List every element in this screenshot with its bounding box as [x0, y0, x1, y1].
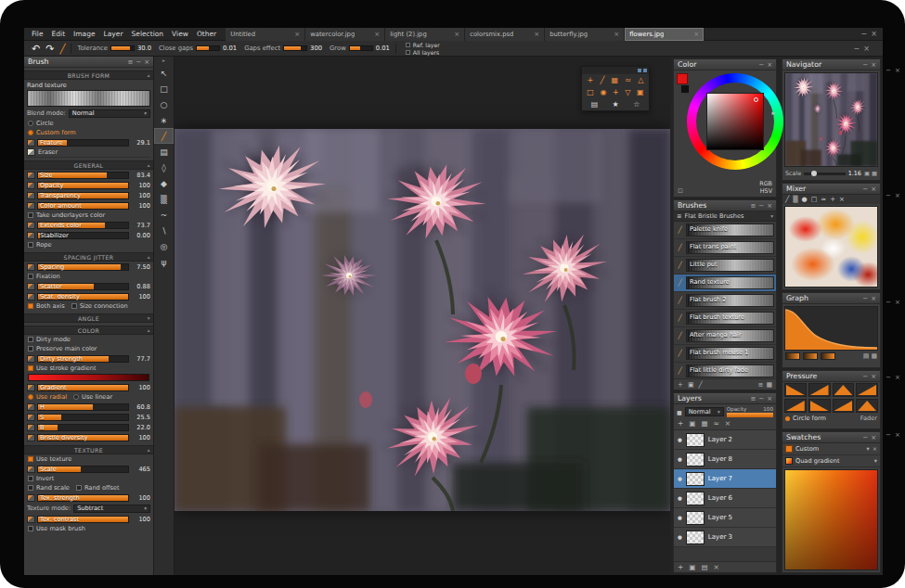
navigator-thumbnail[interactable] — [784, 72, 878, 167]
brush-list-item[interactable]: ╱ Flat trans paint — [674, 239, 776, 257]
checkbox[interactable]: Use stroke gradient — [28, 364, 149, 373]
mixer-tool-icon[interactable]: ▒ — [793, 196, 797, 203]
slider-track[interactable]: Stabilizer — [37, 232, 129, 239]
panel-collapse-icon[interactable]: − — [886, 299, 891, 306]
slider-row[interactable]: Opacity 100 — [24, 180, 153, 190]
quick-tool-icon[interactable]: ▣ — [637, 87, 644, 97]
slider-track[interactable]: Feature — [37, 139, 129, 147]
document-tab[interactable]: colorsmix.psd × — [465, 28, 545, 41]
slider-row[interactable]: Color amount 100 — [24, 200, 153, 211]
panel-collapse-icon[interactable]: − — [886, 374, 891, 381]
quick-tool-icon[interactable]: ≈ — [625, 75, 631, 85]
curve-preset-chip[interactable] — [821, 352, 835, 360]
document-tab[interactable]: Untitled × — [226, 28, 305, 41]
current-color-swatch[interactable] — [677, 73, 688, 84]
panel-minimize-icon[interactable]: − — [136, 58, 141, 66]
checkbox[interactable]: Fixation — [28, 272, 149, 281]
panel-collapse-icon[interactable]: − — [886, 67, 891, 74]
pressure-curve-cell[interactable] — [856, 399, 878, 413]
panel-close-icon[interactable]: × — [871, 295, 876, 302]
slider-track[interactable]: Dirty strength — [37, 355, 129, 363]
layer-foot-icon[interactable]: ▣ — [689, 563, 695, 571]
radio-option[interactable]: Use linear — [73, 392, 112, 402]
panel-close-icon[interactable]: × — [871, 373, 876, 380]
menu-item[interactable]: Edit — [52, 30, 66, 38]
fill-tool[interactable]: ◆ — [154, 175, 174, 191]
checkbox[interactable]: Dirty mode — [28, 335, 149, 344]
slider-track[interactable]: Tex. contrast — [37, 516, 129, 523]
checkbox[interactable]: Use mask brush — [28, 524, 149, 533]
radio-option[interactable]: Use radial — [28, 392, 67, 402]
minimize-icon[interactable]: − — [861, 30, 868, 38]
checkbox[interactable]: Size connection — [71, 301, 128, 311]
list-view-icon[interactable]: ≡ — [758, 381, 764, 389]
layer-blend-select[interactable]: Normal ▾ — [685, 407, 724, 416]
texture-mode-select[interactable]: Texture mode: Subtract▾ — [24, 503, 153, 514]
redo-icon[interactable]: ↷ — [45, 44, 54, 54]
section-header-general[interactable]: GENERAL▴ — [24, 160, 153, 170]
panel-close-icon[interactable]: × — [871, 434, 876, 441]
checkbox[interactable]: Rand offset — [76, 483, 120, 492]
slider-track[interactable]: Extends color — [37, 222, 129, 229]
layer-row[interactable]: ● Layer 5 — [674, 508, 776, 528]
curve-preset-chip[interactable] — [803, 352, 818, 360]
pressure-curve-cell[interactable] — [784, 383, 807, 397]
layer-row[interactable]: ● Layer 2 — [674, 430, 776, 450]
grid-view-icon[interactable]: ▦ — [766, 381, 772, 389]
dock-icon[interactable] — [638, 69, 641, 72]
section-header-brush-form[interactable]: BRUSH FORM▴ — [24, 70, 153, 80]
checkbox[interactable]: Both axis — [28, 301, 65, 311]
layer-op-icon[interactable]: × — [725, 419, 730, 428]
layer-row[interactable]: ● Layer 7 — [674, 469, 776, 489]
slider-row[interactable]: Size 83.4 — [24, 170, 153, 180]
panel-minimize-icon[interactable]: − — [758, 61, 764, 69]
rgb-mode-label[interactable]: RGB — [759, 180, 772, 187]
checkbox[interactable]: Rope — [28, 240, 149, 249]
close-dot-icon[interactable] — [643, 69, 647, 72]
layer-row[interactable]: ● Layer 3 — [674, 528, 776, 547]
document-tab[interactable]: light (2).jpg × — [385, 28, 465, 41]
panel-close-icon[interactable]: × — [767, 61, 772, 69]
mix-brush-tool[interactable]: ▤ — [154, 144, 174, 160]
layer-foot-icon[interactable]: × — [713, 563, 718, 571]
undo-icon[interactable]: ↶ — [32, 44, 40, 54]
mixer-tool-icon[interactable]: ● — [802, 196, 808, 203]
panel-collapse-icon[interactable]: − — [886, 192, 891, 199]
tab-close-icon[interactable]: × — [374, 31, 380, 38]
slider-row[interactable]: B 22.0 — [24, 422, 153, 432]
brush-tip-preview[interactable]: Rand texture — [27, 82, 150, 107]
layer-visibility-icon[interactable]: ● — [678, 437, 682, 442]
slider-row[interactable]: Gradient 100 — [24, 382, 153, 392]
slider-track[interactable]: Scat. density — [37, 293, 129, 300]
move-tool[interactable]: ↖ — [154, 65, 174, 81]
checkbox[interactable]: Preserve main color — [28, 344, 149, 353]
blend-mode-select[interactable]: Blend mode: Normal▾ — [24, 108, 153, 119]
fit-view-icon[interactable]: ▣ — [864, 170, 870, 177]
quick-tool-icon[interactable]: ▦ — [612, 75, 619, 85]
checkbox[interactable]: Take underlayers color — [28, 211, 149, 220]
chevron-down-icon[interactable]: ▾ — [866, 445, 869, 453]
pressure-curve-cell[interactable] — [784, 399, 807, 413]
panel-close-icon[interactable]: × — [144, 58, 149, 66]
brush-tool[interactable]: ╱ — [154, 128, 174, 144]
slider-track[interactable]: Size — [37, 172, 129, 179]
panel-close-icon[interactable]: × — [895, 299, 900, 306]
slider-track[interactable]: Bristle diversity — [37, 434, 129, 441]
radio-option[interactable]: Custom form — [28, 128, 149, 137]
fade-label[interactable]: Fader — [860, 415, 877, 422]
close-icon[interactable]: × — [871, 30, 877, 38]
slider-row[interactable]: H 60.8 — [24, 402, 153, 412]
hsv-mode-label[interactable]: HSV — [759, 187, 772, 195]
pressure-preset-name[interactable]: Circle form — [793, 415, 826, 422]
layer-row[interactable]: ● Layer 8 — [674, 450, 776, 469]
checkbox[interactable]: Rand scale — [28, 483, 70, 492]
eraser-row[interactable]: Eraser — [27, 147, 150, 158]
panel-menu-icon[interactable]: ≡ — [750, 202, 756, 210]
quick-tool-icon[interactable]: ◉ — [600, 87, 606, 97]
wand-tool[interactable]: ∗ — [154, 112, 174, 128]
panel-minimize-icon[interactable]: − — [862, 61, 868, 69]
slider-track[interactable]: Gradient — [37, 384, 129, 391]
pressure-curve-cell[interactable] — [833, 383, 855, 397]
folder-icon[interactable]: ▣ — [688, 381, 694, 389]
hand-tool[interactable]: ψ — [154, 254, 174, 270]
